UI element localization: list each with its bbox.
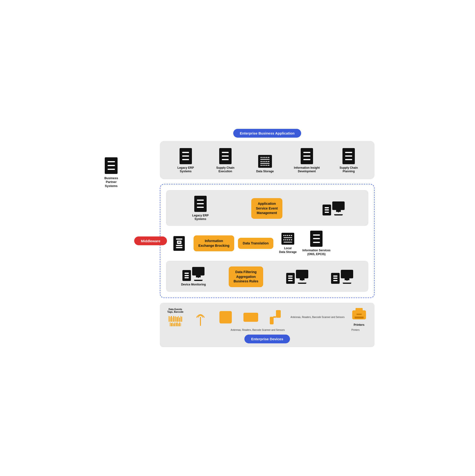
rfid-bar	[178, 316, 179, 322]
data-filtering-item: Data FilteringAggregationBusiness Rules	[229, 267, 263, 287]
supply-chain-plan-item: Supply ChainPlanning	[338, 148, 359, 173]
supply-chain-exec-label: Supply ChainExecution	[216, 166, 234, 173]
info-insight-item: Information InsightDevelopment	[294, 148, 320, 173]
server-sm-3	[331, 273, 340, 284]
data-storage-icon	[258, 155, 272, 168]
top-icon-row: Legacy ERPSystems Supply ChainExecution	[167, 148, 367, 173]
svg-rect-3	[273, 316, 276, 318]
svg-rect-5	[356, 308, 363, 311]
rfid-bar-row-2	[170, 323, 181, 326]
antenna-item	[190, 309, 211, 326]
rfid-visual	[169, 316, 182, 326]
monitor-part-2	[296, 270, 308, 284]
server-sm-2	[286, 273, 295, 284]
data-translation-box: Data Translation	[238, 238, 273, 249]
info-services-icon	[310, 231, 323, 247]
full-diagram: Business Partner Systems Enterprise Busi…	[100, 129, 374, 347]
square-sensor-icon	[219, 311, 232, 323]
supply-chain-plan-icon	[343, 148, 355, 164]
antenna-icon	[195, 309, 206, 326]
devices-section: Data EventsTags, Barcode	[160, 303, 374, 347]
data-filtering-box: Data FilteringAggregationBusiness Rules	[229, 267, 263, 287]
monitor-combo-2-item	[286, 270, 308, 284]
rfid-bar	[181, 323, 181, 326]
monitor-base-2	[298, 283, 306, 284]
middleware-label: Middleware	[134, 237, 167, 245]
monitor-base-1	[334, 214, 343, 216]
monitor-screen-1	[332, 202, 345, 210]
devices-labels-row: Antennas, Readers, Barcode Scanner and S…	[164, 329, 369, 331]
rfid-bar	[179, 323, 180, 326]
rfid-bar	[178, 323, 179, 326]
data-translation-item: Data Translation	[238, 238, 273, 249]
legacy-erp-mid-icon	[194, 196, 207, 212]
monitor-screen-3	[341, 270, 353, 278]
monitor-part-1	[332, 202, 345, 216]
rfid-bar	[173, 316, 174, 322]
monitor-combo-1-icon	[323, 202, 345, 216]
rfid-bar	[175, 317, 175, 322]
middleware-top-icon-row: Legacy ERPSystems ApplicationService Eve…	[171, 196, 363, 221]
rfid-bar	[177, 317, 178, 322]
business-partner-section: Business Partner Systems	[100, 157, 122, 188]
enterprise-devices-label-container: Enterprise Devices	[164, 335, 369, 343]
device-group-label: Antennas, Readers, Barcode Scanner and S…	[291, 316, 344, 318]
middleware-middle-row: InformationExchange Brocking Data Transl…	[166, 226, 368, 261]
printer-item: Printers	[348, 307, 370, 327]
rfid-bar	[176, 316, 176, 322]
svg-rect-1	[276, 310, 281, 318]
rfid-bar	[177, 323, 178, 326]
info-services-item: Information Services(ONS, EPCIS)	[302, 231, 330, 256]
info-services-label: Information Services(ONS, EPCIS)	[302, 249, 330, 256]
square-sensor-item	[215, 311, 236, 323]
rfid-bar	[180, 316, 181, 322]
business-partner-label: Business Partner Systems	[100, 176, 122, 188]
monitor-combo-3-item	[331, 270, 353, 284]
data-storage-item: Data Storage	[254, 155, 276, 173]
middleware-section: Middleware Legacy ERPSystems	[160, 184, 374, 298]
rfid-bar	[172, 318, 173, 322]
info-insight-icon	[301, 148, 313, 164]
local-storage-item: LocalData Storage	[277, 233, 298, 254]
rfid-bar	[171, 323, 172, 326]
enterprise-top-section: Enterprise Business Application Legacy E…	[160, 129, 374, 179]
legacy-erp-mid-label: Legacy ERPSystems	[192, 214, 209, 221]
middleware-label-container: Middleware	[134, 237, 167, 245]
scanner-gun-icon	[269, 310, 283, 325]
enterprise-gray-section: Legacy ERPSystems Supply ChainExecution	[160, 141, 374, 179]
middleware-bottom-icon-row: Device Monitoring Data FilteringAggregat…	[171, 267, 363, 287]
monitor-combo-2-icon	[286, 270, 308, 284]
monitor-screen-2	[296, 270, 308, 278]
data-storage-label: Data Storage	[256, 170, 274, 173]
device-monitoring-label: Device Monitoring	[181, 283, 206, 287]
enterprise-top-label-container: Enterprise Business Application	[160, 129, 374, 138]
monitor-screen-dm	[192, 267, 204, 275]
device-monitoring-icon	[183, 267, 204, 281]
server-part-2	[286, 273, 295, 284]
main-layout: Enterprise Business Application Legacy E…	[160, 129, 374, 347]
legacy-erp-top-label: Legacy ERPSystems	[177, 166, 194, 173]
monitor-part-3	[341, 270, 353, 284]
printer-icon	[351, 307, 367, 321]
enterprise-devices-label: Enterprise Devices	[244, 335, 290, 343]
legacy-erp-top-icon	[180, 148, 192, 164]
devices-icon-row: Data EventsTags, Barcode	[164, 307, 369, 327]
server-part-3	[331, 273, 340, 284]
info-exchange-item: InformationExchange Brocking	[194, 235, 234, 251]
rfid-bar	[171, 316, 172, 322]
supply-chain-exec-icon	[219, 148, 232, 164]
monitor-base-dm	[194, 280, 202, 281]
local-storage-icon	[281, 233, 294, 245]
info-exchange-box: InformationExchange Brocking	[194, 235, 234, 251]
legacy-erp-top-item: Legacy ERPSystems	[175, 148, 196, 173]
rfid-bar	[169, 316, 170, 322]
monitor-part-dm	[192, 267, 204, 281]
rfid-bar-row-1	[169, 316, 182, 322]
monitor-combo-1-item	[323, 202, 345, 216]
rfid-tags-label: Data EventsTags, Barcode	[167, 308, 183, 313]
rect-sensor-item	[240, 313, 261, 322]
printer-label: Printers	[354, 323, 364, 327]
svg-rect-2	[270, 317, 274, 324]
server-slot-wide	[177, 241, 182, 244]
local-storage-label: LocalData Storage	[279, 247, 297, 254]
